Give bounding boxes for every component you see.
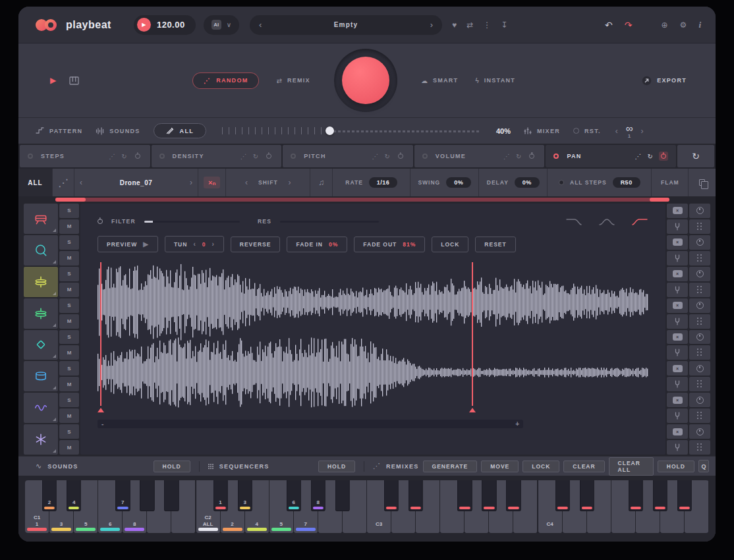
track-5-drag-handle[interactable]: [689, 345, 710, 360]
preset-next-icon[interactable]: ›: [430, 20, 433, 30]
bpm-value[interactable]: 120.00: [157, 20, 185, 30]
track-1-knob[interactable]: [689, 204, 710, 218]
main-trigger-button[interactable]: [342, 57, 389, 104]
black-key[interactable]: 4: [67, 480, 81, 511]
info-icon[interactable]: i: [698, 20, 701, 30]
track-3-solo-button[interactable]: S: [59, 267, 79, 281]
black-key[interactable]: [482, 480, 496, 511]
track-2-sample-mute-button[interactable]: ×: [667, 235, 688, 250]
track-1-pad[interactable]: [24, 204, 58, 234]
track-6-tune-button[interactable]: [667, 377, 688, 391]
track-6-solo-button[interactable]: S: [59, 361, 79, 376]
pattern-mode-button[interactable]: PATTERN: [36, 127, 82, 134]
keyboard-mode-icon[interactable]: [69, 76, 79, 85]
tune-up-icon[interactable]: ›: [212, 240, 214, 248]
tab-steps[interactable]: STEPS⋰↻: [20, 145, 150, 167]
track-selector-cell[interactable]: ALL: [18, 169, 53, 196]
track-8-solo-button[interactable]: S: [59, 424, 79, 439]
track-2-pad[interactable]: [24, 235, 58, 266]
fade-in-control[interactable]: FADE IN 0%: [287, 237, 347, 252]
track-2-knob[interactable]: [689, 235, 710, 250]
track-4-sample-mute-button[interactable]: ×: [667, 298, 688, 313]
black-key[interactable]: 3: [238, 480, 252, 511]
track-5-sample-mute-button[interactable]: ×: [667, 330, 688, 345]
track-8-knob[interactable]: [689, 424, 710, 439]
waveform-display[interactable]: [98, 261, 648, 414]
track-2-tune-button[interactable]: [667, 251, 688, 266]
instant-button[interactable]: ϟ INSTANT: [475, 77, 515, 84]
black-key[interactable]: [457, 480, 472, 511]
power-icon[interactable]: [659, 152, 668, 161]
track-8-pad[interactable]: [24, 424, 58, 455]
track-3-drag-handle[interactable]: [689, 283, 710, 297]
swing-value[interactable]: 0%: [446, 177, 471, 188]
track-4-mute-button[interactable]: M: [59, 314, 79, 329]
dice-icon[interactable]: ⋰: [109, 153, 115, 160]
track-2-mute-button[interactable]: M: [59, 251, 79, 266]
shift-right-icon[interactable]: ›: [289, 178, 291, 187]
generate-button[interactable]: GENERATE: [423, 461, 478, 472]
track-4-solo-button[interactable]: S: [59, 298, 79, 313]
loop-icon[interactable]: ↻: [253, 153, 258, 160]
preview-button[interactable]: PREVIEW ▶: [98, 236, 158, 252]
black-key[interactable]: [555, 480, 569, 511]
track-7-tune-button[interactable]: [667, 408, 688, 423]
track-3-knob[interactable]: [689, 267, 710, 281]
note-mode-button[interactable]: ♫: [310, 169, 333, 196]
playhead-position-bar[interactable]: [55, 198, 669, 202]
tab-volume[interactable]: VOLUME⋰↻: [414, 145, 545, 167]
track-1-drag-handle[interactable]: [689, 219, 710, 234]
track-5-knob[interactable]: [689, 330, 710, 345]
black-key[interactable]: 1: [213, 480, 227, 511]
tab-pan[interactable]: PAN⋰↻: [546, 145, 676, 167]
black-key[interactable]: [506, 480, 521, 511]
pattern-loop-indicator[interactable]: ∞ 1: [626, 123, 633, 139]
tab-density[interactable]: DENSITY⋰↻: [152, 145, 282, 167]
loop-icon[interactable]: ↻: [516, 153, 521, 160]
preset-cycle-icon[interactable]: ⇄: [466, 20, 473, 30]
dice-icon[interactable]: ⋰: [503, 153, 510, 160]
track-7-solo-button[interactable]: S: [59, 393, 79, 407]
copy-button[interactable]: [689, 169, 716, 196]
sounds-hold-button[interactable]: HOLD: [154, 461, 190, 472]
power-icon[interactable]: [527, 152, 536, 161]
zoom-out-icon[interactable]: -: [101, 420, 103, 428]
flam-control[interactable]: FLAM: [652, 169, 689, 196]
clear-all-button[interactable]: CLEAR ALL: [609, 457, 654, 476]
tab-refresh-cell[interactable]: ↻: [677, 145, 714, 167]
export-button[interactable]: EXPORT: [590, 76, 716, 86]
sequencers-hold-button[interactable]: HOLD: [318, 461, 355, 472]
pager-next-icon[interactable]: ›: [640, 126, 643, 136]
smart-button[interactable]: ☁ SMART: [421, 77, 459, 84]
remix-hold-button[interactable]: HOLD: [658, 461, 694, 472]
zoom-in-icon[interactable]: +: [515, 420, 519, 428]
sample-selector[interactable]: ‹ Drone_07 ›: [74, 169, 198, 196]
black-key[interactable]: [677, 480, 692, 511]
track-3-mute-button[interactable]: M: [59, 283, 79, 297]
mixer-button[interactable]: MIXER: [524, 127, 560, 134]
lock-remix-button[interactable]: LOCK: [522, 461, 559, 472]
randomness-slider[interactable]: [222, 126, 480, 136]
kebab-menu-icon[interactable]: ⋮: [483, 20, 491, 30]
bpm-box[interactable]: ▶ 120.00: [134, 15, 196, 35]
track-4-tune-button[interactable]: [667, 314, 688, 329]
track-8-tune-button[interactable]: [667, 440, 688, 455]
sounds-mode-button[interactable]: SOUNDS: [96, 127, 140, 135]
black-key[interactable]: [653, 480, 667, 511]
all-tracks-button[interactable]: ALL: [154, 123, 206, 138]
all-steps-control[interactable]: ALL STEPS R50: [548, 169, 652, 196]
track-1-mute-button[interactable]: M: [59, 219, 79, 234]
all-steps-led[interactable]: [559, 180, 564, 185]
track-1-solo-button[interactable]: S: [59, 204, 79, 218]
track-7-pad[interactable]: [24, 393, 58, 423]
power-icon[interactable]: [133, 152, 142, 161]
ai-mode-dropdown[interactable]: AI ∨: [204, 15, 239, 35]
loop-icon[interactable]: ↻: [384, 153, 389, 160]
track-7-sample-mute-button[interactable]: ×: [667, 393, 688, 407]
black-key[interactable]: [580, 480, 594, 511]
tune-down-icon[interactable]: ‹: [193, 240, 196, 248]
delay-value[interactable]: 0%: [515, 177, 540, 188]
track-4-drag-handle[interactable]: [689, 314, 710, 329]
track-8-sample-mute-button[interactable]: ×: [667, 424, 688, 439]
shift-control[interactable]: ‹ SHIFT ›: [226, 169, 310, 196]
